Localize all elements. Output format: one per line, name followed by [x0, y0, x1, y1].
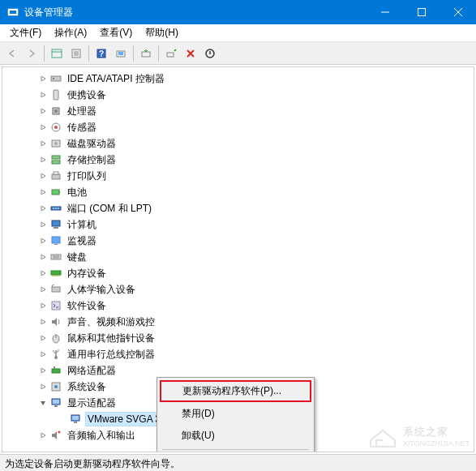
expander-icon[interactable]	[38, 155, 48, 165]
tree-node[interactable]: 端口 (COM 和 LPT)	[2, 200, 474, 216]
tree-node[interactable]: 磁盘驱动器	[2, 135, 474, 152]
tree-label: 键盘	[66, 250, 88, 265]
expander-icon[interactable]	[38, 122, 48, 132]
expander-icon[interactable]	[38, 236, 48, 246]
tree-label: 便携设备	[66, 88, 108, 103]
tree-node[interactable]: 处理器	[2, 103, 474, 119]
tree-node[interactable]: 存储控制器	[2, 152, 474, 168]
expander-icon[interactable]	[38, 74, 48, 83]
expander-icon[interactable]	[38, 252, 48, 262]
toolbar: ?	[0, 42, 476, 65]
expander-icon[interactable]	[38, 430, 48, 440]
ctx-uninstall[interactable]: 卸载(U)	[159, 425, 312, 447]
tree-label: 显示适配器	[66, 396, 118, 411]
svg-rect-1	[10, 11, 16, 14]
svg-rect-22	[54, 90, 58, 100]
update-driver-button[interactable]	[137, 45, 155, 62]
tree-node[interactable]: 内存设备	[2, 265, 474, 281]
scan-button[interactable]	[112, 45, 130, 62]
tree-node[interactable]: 计算机	[2, 216, 474, 233]
tree-label: 鼠标和其他指针设备	[66, 331, 157, 346]
svg-rect-32	[54, 172, 58, 174]
expander-icon[interactable]	[38, 398, 48, 408]
help-button[interactable]: ?	[92, 45, 110, 62]
expander-icon[interactable]	[38, 203, 48, 213]
tree-node[interactable]: 声音、视频和游戏控	[2, 314, 474, 330]
tree-node[interactable]: 传感器	[2, 119, 474, 135]
tree-node[interactable]: 打印队列	[2, 168, 474, 184]
show-hide-tree-button[interactable]	[48, 45, 66, 62]
menu-file[interactable]: 文件(F)	[3, 24, 48, 41]
expander-icon[interactable]	[38, 301, 48, 310]
tree-node[interactable]: 网络适配器	[2, 362, 474, 379]
tree-label: 网络适配器	[66, 363, 118, 379]
tree-node[interactable]: 鼠标和其他指针设备	[2, 330, 474, 346]
expander-icon[interactable]	[38, 349, 48, 359]
expander-icon[interactable]	[38, 171, 48, 181]
tree-node[interactable]: 键盘	[2, 249, 474, 265]
svg-rect-34	[59, 191, 60, 193]
forward-button[interactable]	[23, 45, 41, 62]
properties-button[interactable]	[67, 45, 85, 62]
maximize-button[interactable]	[403, 0, 440, 24]
tree-label: 内存设备	[66, 266, 108, 281]
display-adapter-icon	[69, 413, 82, 426]
svg-point-26	[54, 126, 58, 129]
svg-rect-59	[54, 366, 55, 369]
ctx-update-driver[interactable]: 更新驱动程序软件(P)...	[160, 380, 311, 402]
statusbar: 为选定设备启动更新驱动程序软件向导。	[0, 454, 476, 471]
toolbar-separator	[133, 45, 134, 62]
svg-rect-42	[54, 244, 58, 245]
tree-node[interactable]: 软件设备	[2, 298, 474, 314]
device-category-icon	[49, 137, 62, 150]
uninstall-button[interactable]	[182, 45, 199, 62]
disable-button[interactable]	[201, 45, 219, 62]
back-button[interactable]	[3, 45, 21, 62]
svg-text:?: ?	[99, 49, 104, 58]
expander-icon[interactable]	[38, 139, 48, 148]
expander-icon[interactable]	[38, 382, 48, 392]
menubar: 文件(F) 操作(A) 查看(V) 帮助(H)	[0, 24, 476, 42]
expander-icon[interactable]	[38, 90, 48, 100]
device-category-icon	[49, 169, 62, 182]
enable-button[interactable]	[162, 45, 180, 62]
ctx-disable[interactable]: 禁用(D)	[159, 403, 312, 425]
titlebar: 设备管理器	[0, 0, 476, 24]
expander-icon[interactable]	[38, 187, 48, 197]
expander-icon[interactable]	[38, 268, 48, 278]
tree-node[interactable]: IDE ATA/ATAPI 控制器	[2, 71, 474, 87]
close-button[interactable]	[440, 0, 476, 24]
tree-label: 端口 (COM 和 LPT)	[66, 201, 153, 216]
device-category-icon	[49, 332, 62, 345]
toolbar-separator	[158, 45, 159, 62]
tree-label: 打印队列	[66, 169, 108, 184]
tree-node[interactable]: 便携设备	[2, 87, 474, 103]
device-category-icon	[49, 153, 62, 166]
tree-label: IDE ATA/ATAPI 控制器	[66, 71, 166, 87]
menu-help[interactable]: 帮助(H)	[139, 24, 185, 41]
minimize-button[interactable]	[367, 0, 403, 24]
tree-node[interactable]: 通用串行总线控制器	[2, 346, 474, 362]
expander-icon[interactable]	[38, 220, 48, 229]
svg-rect-3	[418, 9, 425, 16]
device-category-icon	[49, 218, 62, 231]
svg-rect-16	[142, 52, 150, 57]
tree-label: 存储控制器	[66, 152, 118, 168]
device-category-icon	[49, 121, 62, 134]
tree-node[interactable]: 监视器	[2, 233, 474, 249]
tree-node[interactable]: 人体学输入设备	[2, 281, 474, 298]
tree-label: 处理器	[66, 104, 98, 119]
expander-icon[interactable]	[38, 106, 48, 116]
menu-view[interactable]: 查看(V)	[93, 24, 139, 41]
window-title: 设备管理器	[24, 6, 367, 19]
expander-icon[interactable]	[38, 366, 48, 375]
menu-action[interactable]: 操作(A)	[48, 24, 93, 41]
expander-icon[interactable]	[38, 317, 48, 327]
tree-node[interactable]: 电池	[2, 184, 474, 200]
device-tree-container[interactable]: IDE ATA/ATAPI 控制器便携设备处理器传感器磁盘驱动器存储控制器打印队…	[2, 66, 474, 452]
svg-rect-29	[52, 156, 60, 159]
expander-icon[interactable]	[38, 285, 48, 294]
expander-icon[interactable]	[38, 333, 48, 343]
svg-point-38	[58, 208, 59, 209]
device-category-icon	[49, 364, 62, 377]
